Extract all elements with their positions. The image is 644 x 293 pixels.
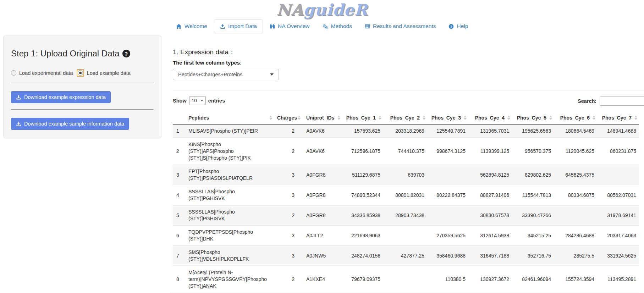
value-cell: 1120045.625 [554,138,597,165]
column-header-Phos_Cyc_5[interactable]: Phos_Cyc_5 [512,111,554,124]
sidebar-well: Step 1: Upload Original Data ? Load expe… [3,35,161,138]
value-cell: 562894.8125 [468,165,512,185]
value-cell: 316457.7188 [468,246,512,266]
row-number-cell: 5 [173,205,185,226]
column-header-Phos_Cyc_4[interactable]: Phos_Cyc_4 [468,111,512,124]
table-controls: Show 10 entries Search: [173,96,644,107]
table-row: 4SSSSLLAS[Phospho (STY)]PGHISVK3A0FGR874… [173,185,639,205]
value-cell: 80801.82031 [383,185,427,205]
header-rownum [173,111,185,124]
radio-off-icon [11,70,16,76]
value-cell: 79679.09375 [342,266,383,293]
table-row: 2KINS[Phospho (STY)]APS[Phospho (STY)]S[… [173,138,639,165]
chevron-down-icon [270,73,274,76]
value-cell: 125540.7891 [427,124,468,138]
button-label: Download example sample information data [24,121,124,127]
column-header-Charges[interactable]: Charges [274,111,302,124]
row-number-cell: 7 [173,246,185,266]
value-cell: 28903.73438 [383,205,427,226]
row-number-cell: 8 [173,266,185,293]
value-cell: 130927.3672 [468,266,512,293]
uniprot-cell: A0JNW5 [302,246,342,266]
row-number-cell: 3 [173,165,185,185]
page-length-select[interactable]: 10 [189,96,206,105]
column-header-label: Phos_Cyc_2 [390,115,420,121]
radio-label: Load experimental data [19,70,73,76]
sort-icon [634,116,637,120]
peptide-cell: SSSSLLAS[Phospho (STY)]PGHISVK [185,185,274,205]
table-head: PeptidesChargesUniprot_IDsPhos_Cyc_1Phos… [173,111,639,124]
row-number-cell: 4 [173,185,185,205]
value-cell: 34336.85938 [342,205,383,226]
column-header-Peptides[interactable]: Peptides [185,111,274,124]
column-header-label: Phos_Cyc_3 [431,115,461,121]
radio-load-example[interactable]: Load example data [77,69,131,77]
question-icon[interactable]: ? [122,50,130,57]
column-header-label: Phos_Cyc_1 [346,115,376,121]
table-row: 3EPT[Phospho (STY)]PSIASDISLPIATQELR3A0F… [173,165,639,185]
sort-icon [423,116,425,120]
value-cell: 88827.91406 [468,185,512,205]
value-cell [554,205,597,226]
search-control: Search: [578,96,644,106]
download-sample-info-button[interactable]: Download example sample information data [11,118,129,130]
value-cell: 352716.75 [512,246,554,266]
value-cell: 203318.2969 [383,124,427,138]
column-header-label: Phos_Cyc_7 [602,115,632,121]
value-cell: 331924.5625 [597,246,639,266]
value-cell: 829802.625 [512,165,554,185]
step-title: Step 1: Upload Original Data ? [11,49,154,59]
expression-data-table: PeptidesChargesUniprot_IDsPhos_Cyc_1Phos… [173,111,639,293]
radio-on-icon [78,70,83,76]
charge-cell: 2 [274,138,302,165]
value-cell: 180664.5469 [554,124,597,138]
value-cell [427,165,468,185]
value-cell: 113495.2891 [597,266,639,293]
column-header-Phos_Cyc_2[interactable]: Phos_Cyc_2 [383,111,427,124]
section-title: 1. Expression data： [173,48,644,57]
peptide-cell: SSSSLLAS[Phospho (STY)]PGHISVK [185,205,274,226]
value-cell: 345215.25 [512,226,554,246]
column-header-Phos_Cyc_3[interactable]: Phos_Cyc_3 [427,111,468,124]
value-cell [383,266,427,293]
row-number-cell: 2 [173,138,185,165]
value-cell: 221698.9063 [342,226,383,246]
step-title-text: Step 1: Upload Original Data [11,49,120,59]
peptide-cell: M[Acetyl (Protein N-term)]NPVYSPGSSGVPY[… [185,266,274,293]
value-cell: 712596.1875 [342,138,383,165]
uniprot-cell: A0AVK6 [302,124,342,138]
value-cell: 80334.6875 [554,185,597,205]
radio-load-experimental[interactable]: Load experimental data [11,70,73,76]
section-divider [173,90,644,90]
page-length-value: 10 [192,98,197,103]
value-cell: 80562.07031 [597,185,639,205]
value-cell: 115544.7813 [512,185,554,205]
value-cell: 1139399.125 [468,138,512,165]
column-types-select[interactable]: Peptides+Charges+Proteins [173,69,279,80]
table-row: 5SSSSLLAS[Phospho (STY)]PGHISVK2A0FGR834… [173,205,639,226]
value-cell [427,205,468,226]
column-header-Phos_Cyc_6[interactable]: Phos_Cyc_6 [554,111,597,124]
sidebar-divider-1 [11,83,154,83]
column-header-Phos_Cyc_1[interactable]: Phos_Cyc_1 [342,111,383,124]
value-cell: 270359.5625 [427,226,468,246]
button-label: Download example expression data [24,94,106,100]
value-cell: 148941.4688 [597,124,639,138]
column-header-label: Charges [277,115,297,121]
search-input[interactable] [600,96,644,106]
sort-icon [464,116,467,120]
peptide-cell: TQDPVPPETPSDS[Phospho (STY)]DHK [185,226,274,246]
value-cell: 312614.5938 [468,226,512,246]
sidebar-divider-2 [11,109,154,110]
value-cell: 645625.4375 [554,165,597,185]
download-expression-button[interactable]: Download example expression data [11,91,111,103]
column-header-Uniprot_IDs[interactable]: Uniprot_IDs [302,111,342,124]
row-number-cell: 6 [173,226,185,246]
entries-label: entries [208,98,225,104]
table-body: 1MLISAVS[Phospho (STY)]PEIR2A0AVK6157593… [173,124,639,293]
uniprot-cell: A0FGR8 [302,165,342,185]
value-cell: 155724.3594 [554,266,597,293]
row-number-cell: 1 [173,124,185,138]
column-types-value: Peptides+Charges+Proteins [178,72,242,77]
column-header-Phos_Cyc_7[interactable]: Phos_Cyc_7 [597,111,639,124]
